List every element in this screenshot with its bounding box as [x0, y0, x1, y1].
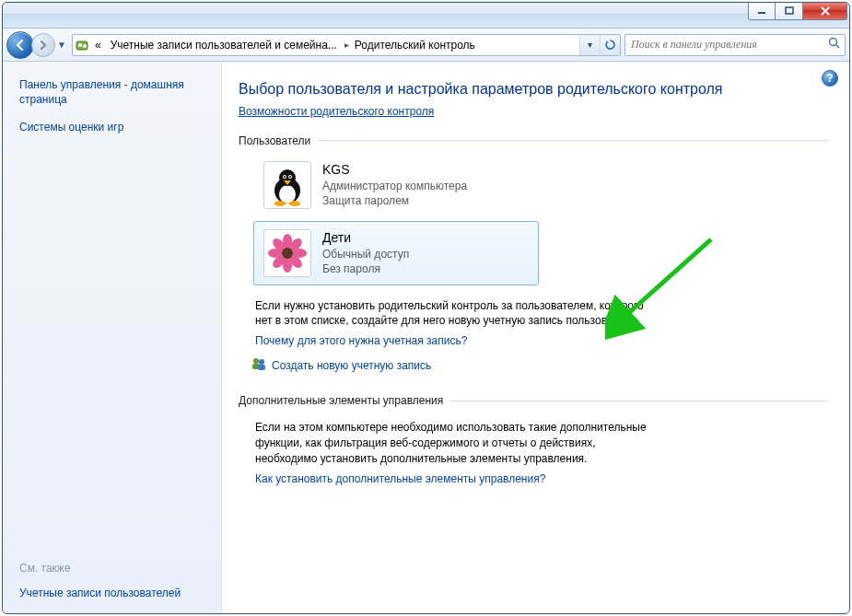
additional-note: Если на этом компьютере необходимо испол… — [255, 420, 651, 466]
sidebar-user-accounts-link[interactable]: Учетные записи пользователей — [19, 586, 210, 600]
user-name: Дети — [322, 229, 409, 247]
svg-rect-1 — [786, 7, 793, 14]
svg-line-6 — [836, 45, 840, 49]
why-account-link[interactable]: Почему для этого нужна учетная запись? — [255, 334, 829, 347]
refresh-button[interactable] — [600, 35, 620, 55]
user-protection: Защита паролем — [322, 193, 467, 208]
maximize-button[interactable] — [776, 2, 803, 20]
user-role: Администратор компьютера — [322, 179, 467, 193]
back-button[interactable] — [6, 31, 34, 59]
capabilities-link[interactable]: Возможности родительского контроля — [239, 105, 434, 118]
additional-section-label: Дополнительные элементы управления — [239, 394, 443, 407]
create-user-note: Если нужно установить родительский контр… — [255, 298, 651, 330]
users-section-label: Пользователи — [239, 134, 310, 147]
avatar — [263, 161, 311, 209]
search-icon — [828, 37, 841, 52]
user-protection: Без пароля — [322, 262, 409, 276]
user-info: Дети Обычный доступ Без пароля — [322, 229, 409, 276]
flower-icon — [265, 231, 309, 275]
user-role: Обычный доступ — [322, 247, 409, 262]
address-dropdown[interactable]: ▾ — [579, 35, 600, 55]
penguin-icon — [265, 163, 309, 207]
svg-point-26 — [282, 248, 293, 259]
user-info: KGS Администратор компьютера Защита паро… — [322, 161, 467, 208]
body: Панель управления - домашняя страница Си… — [3, 62, 849, 613]
close-button[interactable] — [803, 2, 847, 20]
svg-point-12 — [284, 176, 286, 178]
additional-link[interactable]: Как установить дополнительные элементы у… — [255, 472, 829, 485]
sidebar: Панель управления - домашняя страница Си… — [3, 63, 222, 613]
user-name: KGS — [322, 161, 467, 179]
control-panel-window: ▼ « Учетные записи пользователей и семей… — [2, 2, 850, 614]
svg-point-15 — [289, 201, 300, 206]
titlebar — [3, 3, 849, 29]
help-icon[interactable]: ? — [822, 70, 838, 87]
svg-point-5 — [830, 39, 837, 46]
breadcrumb-chevron-icon[interactable]: ▸ — [343, 40, 351, 50]
main-content: ? Выбор пользователя и настройка парамет… — [222, 63, 849, 613]
location-icon — [73, 38, 91, 52]
sidebar-ratings-link[interactable]: Системы оценки игр — [19, 120, 210, 134]
users-section-title: Пользователи — [239, 134, 829, 147]
user-tile-kgs[interactable]: KGS Администратор компьютера Защита паро… — [253, 153, 539, 217]
history-dropdown[interactable]: ▼ — [55, 40, 68, 50]
window-controls — [748, 2, 847, 20]
see-also-label: См. также — [19, 562, 210, 575]
breadcrumb-segment-1[interactable]: Учетные записи пользователей и семейна..… — [107, 35, 343, 55]
sidebar-home-link[interactable]: Панель управления - домашняя страница — [19, 77, 210, 107]
forward-button[interactable] — [31, 33, 55, 57]
svg-point-27 — [253, 358, 259, 364]
minimize-button[interactable] — [748, 2, 776, 20]
nav-arrows: ▼ — [6, 31, 68, 59]
svg-rect-30 — [258, 365, 265, 370]
svg-point-13 — [289, 176, 291, 178]
avatar — [263, 229, 311, 277]
svg-point-29 — [259, 359, 264, 365]
svg-point-14 — [274, 201, 286, 206]
svg-point-8 — [279, 185, 296, 203]
address-bar[interactable]: « Учетные записи пользователей и семейна… — [72, 34, 621, 56]
create-account-link[interactable]: Создать новую учетную запись — [251, 356, 829, 374]
svg-point-3 — [78, 43, 82, 47]
breadcrumb-prefix[interactable]: « — [91, 35, 107, 55]
additional-section-title: Дополнительные элементы управления — [239, 394, 829, 407]
create-account-label: Создать новую учетную запись — [272, 359, 431, 372]
users-icon — [251, 356, 266, 374]
navbar: ▼ « Учетные записи пользователей и семей… — [3, 29, 849, 62]
user-tile-children[interactable]: Дети Обычный доступ Без пароля — [253, 221, 539, 285]
svg-point-4 — [83, 44, 87, 48]
search-box[interactable] — [624, 34, 846, 56]
svg-rect-0 — [758, 12, 765, 14]
search-input[interactable] — [629, 37, 828, 52]
breadcrumb-segment-2[interactable]: Родительский контроль — [351, 35, 481, 55]
page-title: Выбор пользователя и настройка параметро… — [239, 79, 829, 99]
